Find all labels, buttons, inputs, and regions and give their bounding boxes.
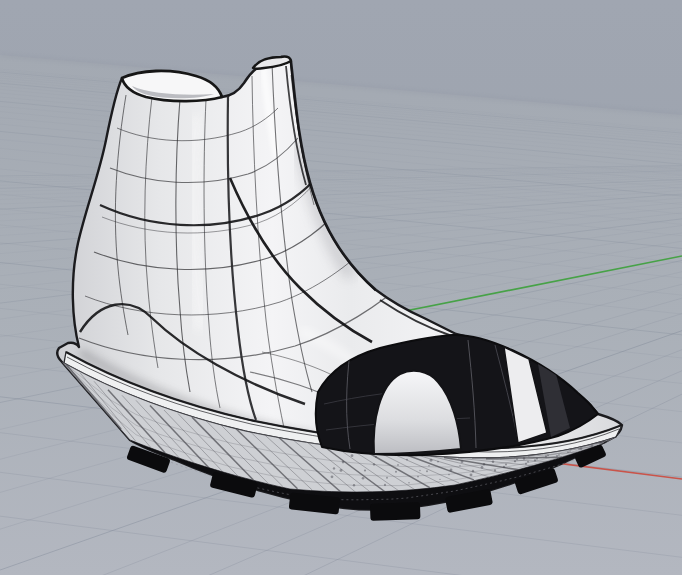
midsole-speckle [430, 459, 433, 462]
midsole-speckle [340, 469, 343, 472]
midsole-speckle [514, 460, 516, 462]
midsole-speckle [536, 458, 538, 460]
midsole-speckle [373, 463, 375, 465]
midsole-speckle [397, 464, 399, 466]
midsole-speckle [417, 476, 419, 478]
midsole-speckle [545, 455, 547, 457]
midsole-speckle [472, 470, 475, 473]
midsole-speckle [384, 484, 386, 486]
midsole-speckle [523, 457, 525, 459]
midsole-speckle [459, 465, 460, 466]
midsole-speckle [406, 459, 408, 461]
midsole-speckle [439, 479, 440, 480]
midsole-speckle [492, 460, 495, 463]
midsole-speckle [494, 469, 496, 471]
midsole-speckle [567, 451, 569, 453]
midsole-speckle [428, 465, 430, 467]
midsole-speckle [386, 477, 388, 479]
midsole-speckle [525, 463, 527, 465]
midsole-speckle [556, 455, 558, 457]
midsole-speckle [569, 451, 570, 452]
midsole-speckle [448, 474, 450, 476]
midsole-speckle [481, 466, 484, 469]
midsole-speckle [437, 461, 439, 463]
midsole-speckle [419, 470, 420, 471]
3d-viewport[interactable] [0, 0, 682, 575]
midsole-speckle [483, 463, 485, 465]
midsole-speckle [589, 445, 590, 446]
midsole-speckle [395, 471, 397, 473]
midsole-speckle [331, 475, 334, 478]
midsole-speckle [470, 473, 473, 476]
midsole-speckle [364, 469, 366, 471]
midsole-speckle [426, 470, 428, 472]
midsole-speckle [503, 466, 505, 468]
midsole-speckle [450, 469, 453, 472]
midsole-speckle [375, 456, 377, 458]
midsole-speckle [362, 477, 365, 480]
midsole-speckle [534, 459, 536, 461]
perspective-view [0, 0, 682, 575]
midsole-speckle [408, 482, 410, 484]
midsole-speckle [516, 458, 518, 460]
midsole-speckle [591, 444, 594, 447]
midsole-speckle [547, 454, 549, 456]
midsole-speckle [333, 467, 335, 469]
midsole-speckle [580, 447, 583, 450]
midsole-speckle [578, 448, 580, 450]
midsole-speckle [351, 454, 354, 457]
midsole-speckle [527, 461, 529, 463]
midsole-speckle [505, 463, 507, 465]
midsole-speckle [558, 454, 560, 456]
midsole-speckle [461, 460, 464, 463]
midsole-speckle [342, 461, 345, 464]
midsole-speckle [353, 484, 355, 486]
